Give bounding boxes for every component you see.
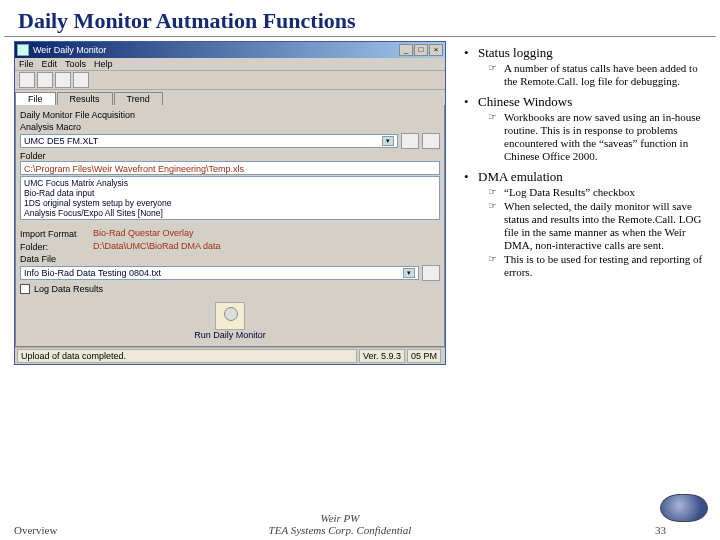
section-acquisition-label: Daily Monitor File Acquisition (20, 110, 440, 120)
footer-center-line1: Weir PW (231, 512, 448, 524)
status-time: 05 PM (407, 349, 441, 363)
folder2-value: D:\Data\UMC\BioRad DMA data (93, 241, 221, 251)
list-item: Analysis Focus/Expo All Sites [None] (24, 208, 436, 218)
status-version: Ver. 5.9.3 (359, 349, 405, 363)
folder2-label: Folder: (20, 242, 90, 252)
chevron-down-icon[interactable]: ▾ (382, 136, 394, 146)
sub-bullet-text: “Log Data Results” checkbox (504, 186, 708, 199)
log-results-label: Log Data Results (34, 284, 103, 294)
footer-center: Weir PW TEA Systems Corp. Confidential (231, 512, 448, 536)
sub-bullet: ☞ When selected, the daily monitor will … (488, 200, 708, 252)
sub-bullet-text: A number of status calls have been added… (504, 62, 708, 88)
data-file-label: Data File (20, 254, 440, 264)
import-format-value: Bio-Rad Questar Overlay (93, 228, 194, 238)
folder-label: Folder (20, 151, 440, 161)
data-file-value: Info Bio-Rad Data Testing 0804.txt (24, 267, 161, 279)
browse-data-button[interactable] (422, 265, 440, 281)
footer-center-line2: TEA Systems Corp. Confidential (231, 524, 448, 536)
hand-icon: ☞ (488, 253, 504, 279)
maximize-button[interactable]: □ (414, 44, 428, 56)
tab-file[interactable]: File (15, 92, 56, 105)
tab-trend[interactable]: Trend (114, 92, 163, 105)
hand-icon: ☞ (488, 200, 504, 252)
close-button[interactable]: × (429, 44, 443, 56)
analysis-macro-select[interactable]: UMC DE5 FM.XLT ▾ (20, 134, 398, 148)
minimize-button[interactable]: _ (399, 44, 413, 56)
menu-help[interactable]: Help (94, 59, 113, 69)
hand-icon: ☞ (488, 111, 504, 163)
sub-bullet: ☞ Workbooks are now saved using an in-ho… (488, 111, 708, 163)
menubar: File Edit Tools Help (15, 58, 445, 71)
run-monitor-label: Run Daily Monitor (194, 330, 266, 342)
footer-left: Overview (14, 524, 231, 536)
app-icon (17, 44, 29, 56)
tool-help-icon[interactable] (73, 72, 89, 88)
bullet-dot-icon: • (464, 45, 478, 61)
bullet-dma-emulation: • DMA emulation (464, 169, 708, 185)
list-item: 1DS original system setup by everyone (24, 198, 436, 208)
tool-save-icon[interactable] (37, 72, 53, 88)
list-item: Bio-Rad data input (24, 188, 436, 198)
bullet-status-logging: • Status logging (464, 45, 708, 61)
slide-footer: Overview Weir PW TEA Systems Corp. Confi… (0, 512, 720, 536)
bullet-label: DMA emulation (478, 169, 563, 185)
analysis-macro-value: UMC DE5 FM.XLT (24, 135, 98, 147)
analysis-macro-label: Analysis Macro (20, 122, 440, 132)
menu-file[interactable]: File (19, 59, 34, 69)
menu-tools[interactable]: Tools (65, 59, 86, 69)
macro-info-listbox[interactable]: UMC Focus Matrix Analysis Bio-Rad data i… (20, 176, 440, 220)
toolbar (15, 71, 445, 90)
sub-bullet-text: This is to be used for testing and repor… (504, 253, 708, 279)
tool-run-icon[interactable] (55, 72, 71, 88)
titlebar: Weir Daily Monitor _ □ × (15, 42, 445, 58)
import-format-label: Import Format (20, 229, 90, 239)
window-title: Weir Daily Monitor (33, 45, 106, 55)
sub-bullet: ☞ “Log Data Results” checkbox (488, 186, 708, 199)
chevron-down-icon[interactable]: ▾ (403, 268, 415, 278)
footer-page-number: 33 (449, 524, 706, 536)
file-panel: Daily Monitor File Acquisition Analysis … (15, 105, 445, 347)
tool-open-icon[interactable] (19, 72, 35, 88)
run-monitor-icon[interactable] (215, 302, 245, 330)
bullet-chinese-windows: • Chinese Windows (464, 94, 708, 110)
list-item: UMC Focus Matrix Analysis (24, 178, 436, 188)
data-file-select[interactable]: Info Bio-Rad Data Testing 0804.txt ▾ (20, 266, 419, 280)
bullet-dot-icon: • (464, 94, 478, 110)
slide-title: Daily Monitor Autmation Functions (4, 0, 716, 37)
menu-edit[interactable]: Edit (42, 59, 58, 69)
tabs: File Results Trend (15, 90, 445, 105)
hand-icon: ☞ (488, 62, 504, 88)
bullet-dot-icon: • (464, 169, 478, 185)
app-screenshot: Weir Daily Monitor _ □ × File Edit Tools… (14, 41, 456, 365)
tab-results[interactable]: Results (57, 92, 113, 105)
folder-value: C:\Program Files\Weir Wavefront Engineer… (20, 161, 440, 175)
open-macro-button[interactable] (422, 133, 440, 149)
sub-bullet: ☞ This is to be used for testing and rep… (488, 253, 708, 279)
sub-bullet-text: Workbooks are now saved using an in-hous… (504, 111, 708, 163)
log-results-checkbox[interactable] (20, 284, 30, 294)
status-message: Upload of data completed. (17, 349, 357, 363)
sub-bullet: ☞ A number of status calls have been add… (488, 62, 708, 88)
statusbar: Upload of data completed. Ver. 5.9.3 05 … (15, 347, 445, 364)
hand-icon: ☞ (488, 186, 504, 199)
bullet-label: Chinese Windows (478, 94, 572, 110)
bullet-label: Status logging (478, 45, 553, 61)
notes-column: • Status logging ☞ A number of status ca… (456, 41, 712, 365)
sub-bullet-text: When selected, the daily monitor will sa… (504, 200, 708, 252)
browse-macro-button[interactable] (401, 133, 419, 149)
